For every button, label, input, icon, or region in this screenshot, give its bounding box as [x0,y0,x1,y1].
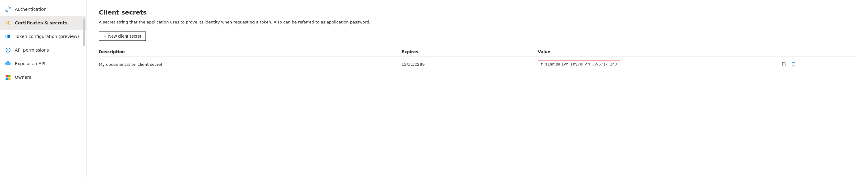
col-header-description: Description [99,47,402,57]
sidebar-item-label: Owners [15,75,31,80]
auth-icon [5,6,11,12]
table-header-row: Description Expires Value [99,47,856,57]
svg-rect-5 [7,35,8,38]
secret-expires: 12/31/2299 [402,57,538,72]
delete-secret-button[interactable] [790,61,797,68]
section-title: Client secrets [99,9,856,16]
sidebar-item-owners[interactable]: Owners [0,70,86,84]
col-header-expires: Expires [402,47,538,57]
sidebar-scrollbar[interactable] [84,19,85,46]
svg-rect-9 [6,75,8,77]
new-client-secret-label: New client secret [108,34,141,39]
secret-value-text: т⁷1lnhΩnΓlVr (My7ΠΠΡ7ΠК)v57)к lnJ [540,62,617,67]
sidebar-item-label: Authentication [15,7,46,12]
sidebar-item-api-permissions[interactable]: API permissions [0,43,86,57]
secret-description: My documentation client secret [99,57,402,72]
new-client-secret-button[interactable]: + New client secret [99,31,146,41]
section-description: A secret string that the application use… [99,19,377,25]
token-icon [5,33,11,39]
grid-icon [5,74,11,80]
svg-rect-13 [782,63,785,66]
col-header-value: Value [538,47,780,57]
sidebar-item-certificates-secrets[interactable]: Certificates & secrets [0,16,86,30]
col-header-actions [780,47,856,57]
copy-secret-button[interactable] [780,61,787,68]
sidebar-item-label: Certificates & secrets [15,20,67,25]
table-row: My documentation client secret 12/31/229… [99,57,856,72]
svg-rect-4 [6,35,6,38]
copy-icon [781,62,786,67]
api-icon [5,47,11,53]
sidebar-item-label: Token configuration (preview) [15,34,79,39]
plus-icon: + [103,34,106,39]
svg-rect-10 [8,75,10,77]
cloud-icon [5,61,11,67]
svg-rect-11 [6,78,8,80]
svg-rect-12 [8,78,10,80]
sidebar: Authentication Certificates & secrets To… [0,0,87,177]
secret-actions [780,57,856,72]
sidebar-item-authentication[interactable]: Authentication [0,2,86,16]
key-icon [5,20,11,26]
svg-rect-7 [9,35,10,38]
client-secrets-table: Description Expires Value My documentati… [99,47,856,72]
main-content: Client secrets A secret string that the … [87,0,868,177]
sidebar-item-label: Expose an API [15,61,45,66]
sidebar-item-token-configuration[interactable]: Token configuration (preview) [0,30,86,43]
sidebar-item-expose-api[interactable]: Expose an API [0,57,86,70]
secret-value-box: т⁷1lnhΩnΓlVr (My7ΠΠΡ7ΠК)v57)к lnJ [538,61,620,68]
svg-point-8 [6,48,10,52]
action-icons [780,61,797,68]
delete-icon [791,62,796,67]
secret-value-cell: т⁷1lnhΩnΓlVr (My7ΠΠΡ7ΠК)v57)к lnJ [538,57,780,72]
svg-rect-6 [8,35,9,38]
sidebar-item-label: API permissions [15,48,49,53]
